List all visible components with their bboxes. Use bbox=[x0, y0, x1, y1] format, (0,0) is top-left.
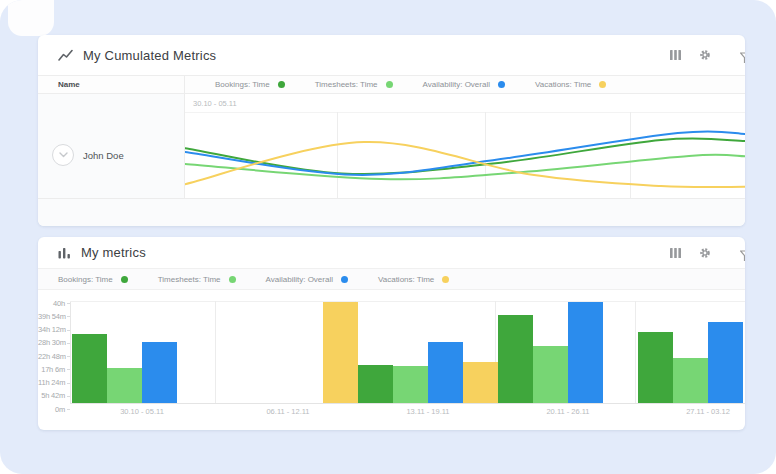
bar bbox=[142, 342, 177, 403]
metrics-bar-chart: 30.10 - 05.1106.11 - 12.1113.11 - 19.112… bbox=[38, 290, 745, 430]
line-series bbox=[185, 138, 745, 174]
legend-label: Timesheets: Time bbox=[158, 275, 221, 284]
week-label: 13.11 - 19.11 bbox=[373, 407, 483, 416]
metrics-legend: Bookings: TimeTimesheets: TimeAvailabili… bbox=[38, 268, 745, 290]
chevron-down-icon bbox=[59, 152, 68, 158]
legend-label: Timesheets: Time bbox=[315, 80, 378, 89]
legend-dot bbox=[341, 276, 348, 283]
legend-label: Vacations: Time bbox=[378, 275, 434, 284]
name-column: John Doe bbox=[38, 94, 185, 198]
my-metrics-panel: My metrics Bookings: TimeTimesheets: Tim… bbox=[38, 237, 745, 430]
cumulated-footer bbox=[38, 198, 745, 226]
y-axis-tick bbox=[67, 383, 70, 384]
y-axis-tick bbox=[67, 369, 70, 370]
gear-icon[interactable] bbox=[699, 247, 711, 259]
bar bbox=[568, 302, 603, 403]
legend-dot bbox=[599, 81, 606, 88]
cumulated-legend: Bookings: TimeTimesheets: TimeAvailabili… bbox=[185, 76, 606, 93]
y-axis-label: 0m bbox=[38, 405, 65, 414]
y-axis-tick bbox=[67, 409, 70, 410]
top-gridline bbox=[70, 301, 745, 302]
week-gridline bbox=[635, 301, 636, 403]
week-label: 27.11 - 03.12 bbox=[653, 407, 745, 416]
y-axis-label: 40h bbox=[38, 299, 65, 308]
bar bbox=[673, 358, 708, 403]
gear-icon[interactable] bbox=[699, 49, 711, 61]
bar bbox=[107, 368, 142, 403]
week-label: 20.11 - 26.11 bbox=[513, 407, 623, 416]
y-axis-tick bbox=[67, 330, 70, 331]
bar bbox=[638, 332, 673, 403]
bar-chart-icon bbox=[58, 247, 71, 259]
user-row[interactable]: John Doe bbox=[52, 144, 124, 166]
filter-icon[interactable] bbox=[740, 49, 745, 67]
legend-dot bbox=[121, 276, 128, 283]
columns-icon[interactable] bbox=[670, 248, 681, 258]
bar-plot: 30.10 - 05.1106.11 - 12.1113.11 - 19.112… bbox=[70, 290, 745, 430]
y-axis-tick bbox=[67, 303, 70, 304]
legend-dot bbox=[498, 81, 505, 88]
cumulated-metrics-header: My Cumulated Metrics bbox=[38, 35, 745, 75]
dashboard-background: My Cumulated Metrics Name Bookings: Time… bbox=[0, 0, 776, 474]
columns-icon[interactable] bbox=[670, 50, 681, 60]
legend-label: Vacations: Time bbox=[535, 80, 591, 89]
week-gridline bbox=[215, 301, 216, 403]
legend-item[interactable]: Timesheets: Time bbox=[315, 80, 393, 89]
y-axis-label: 17h 6m bbox=[38, 365, 65, 374]
week-label: 30.10 - 05.11 bbox=[87, 407, 197, 416]
y-axis-line bbox=[70, 301, 71, 403]
legend-dot bbox=[386, 81, 393, 88]
legend-label: Availability: Overall bbox=[423, 80, 490, 89]
my-metrics-header: My metrics bbox=[38, 237, 745, 268]
y-axis-tick bbox=[67, 396, 70, 397]
legend-label: Bookings: Time bbox=[215, 80, 270, 89]
cumulated-table-head: Name Bookings: TimeTimesheets: TimeAvail… bbox=[38, 75, 745, 94]
week-range-label: 30.10 - 05.11 bbox=[193, 99, 237, 108]
cumulated-metrics-panel: My Cumulated Metrics Name Bookings: Time… bbox=[38, 35, 745, 226]
row-user-name: John Doe bbox=[83, 150, 124, 161]
y-axis-label: 22h 48m bbox=[38, 352, 65, 361]
bar bbox=[323, 302, 358, 403]
bar bbox=[533, 346, 568, 403]
legend-item[interactable]: Timesheets: Time bbox=[158, 275, 236, 284]
y-axis-label: 39h 54m bbox=[38, 312, 65, 321]
y-axis-tick bbox=[67, 316, 70, 317]
filter-icon[interactable] bbox=[740, 247, 745, 265]
legend-dot bbox=[229, 276, 236, 283]
cumulated-line-chart bbox=[185, 112, 745, 198]
bar bbox=[428, 342, 463, 403]
y-axis-label: 5h 42m bbox=[38, 391, 65, 400]
cumulated-plot-area: 30.10 - 05.11 bbox=[185, 94, 745, 198]
panel-title: My Cumulated Metrics bbox=[83, 48, 216, 63]
y-axis-label: 11h 24m bbox=[38, 378, 65, 387]
y-axis-label: 34h 12m bbox=[38, 325, 65, 334]
cumulated-chart-band: John Doe 30.10 - 05.11 bbox=[38, 94, 745, 198]
legend-dot bbox=[442, 276, 449, 283]
legend-item[interactable]: Vacations: Time bbox=[535, 80, 606, 89]
bar bbox=[498, 315, 533, 403]
avatar bbox=[52, 144, 74, 166]
y-axis-tick bbox=[67, 343, 70, 344]
legend-item[interactable]: Availability: Overall bbox=[266, 275, 348, 284]
legend-item[interactable]: Bookings: Time bbox=[58, 275, 128, 284]
baseline bbox=[70, 403, 745, 404]
name-column-header: Name bbox=[38, 76, 185, 93]
bar bbox=[463, 362, 498, 403]
legend-label: Availability: Overall bbox=[266, 275, 333, 284]
panel-title: My metrics bbox=[81, 245, 146, 260]
legend-item[interactable]: Vacations: Time bbox=[378, 275, 449, 284]
legend-item[interactable]: Bookings: Time bbox=[215, 80, 285, 89]
line-series bbox=[185, 131, 745, 175]
line-chart-icon bbox=[58, 49, 73, 62]
week-label: 06.11 - 12.11 bbox=[233, 407, 343, 416]
legend-dot bbox=[278, 81, 285, 88]
y-axis-label: 28h 30m bbox=[38, 338, 65, 347]
legend-label: Bookings: Time bbox=[58, 275, 113, 284]
y-axis-tick bbox=[67, 356, 70, 357]
bar bbox=[72, 334, 107, 403]
legend-item[interactable]: Availability: Overall bbox=[423, 80, 505, 89]
bar bbox=[358, 365, 393, 403]
bar bbox=[708, 322, 743, 403]
background-notch-card bbox=[8, 0, 54, 36]
bar bbox=[393, 366, 428, 403]
